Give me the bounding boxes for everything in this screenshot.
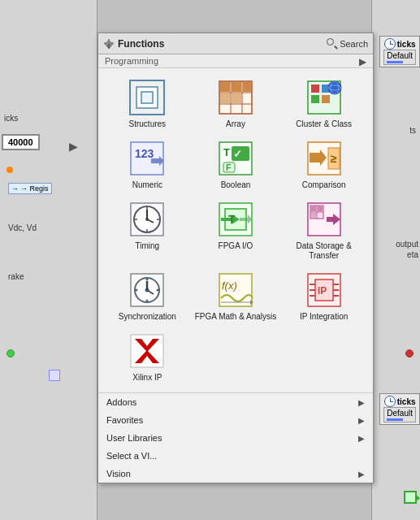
- cluster-class-icon: [305, 78, 344, 117]
- indicator-red: [405, 349, 414, 358]
- numeric-value: 40000: [2, 134, 40, 150]
- svg-rect-14: [232, 93, 241, 103]
- bg-numeric-box: 40000: [2, 134, 40, 150]
- ip-integration-label: IP Integration: [300, 312, 348, 322]
- func-item-xilinx-ip[interactable]: Xilinx IP: [105, 328, 190, 386]
- search-icon: [327, 38, 337, 49]
- func-item-array[interactable]: Array: [193, 75, 279, 132]
- svg-point-65: [146, 300, 149, 302]
- svg-rect-13: [220, 93, 230, 103]
- svg-rect-56: [311, 213, 316, 218]
- func-item-data-storage[interactable]: Data Storage & Transfer: [281, 197, 366, 264]
- svg-text:T: T: [223, 146, 230, 158]
- func-item-synchronization[interactable]: Synchronization: [105, 267, 190, 325]
- func-item-fpga-math[interactable]: f(x) FPGA Math & Analysis: [193, 267, 279, 325]
- menu-items-section: Addons ▶ Favorites ▶ User Libraries ▶ Se…: [98, 392, 373, 483]
- data-storage-label: Data Storage & Transfer: [283, 241, 365, 261]
- ticks-clock-icon-bottom: [384, 396, 396, 407]
- structures-icon: [128, 78, 167, 117]
- search-handle: [335, 45, 339, 49]
- panel-title: Functions: [118, 38, 164, 50]
- timing-svg: [128, 201, 166, 238]
- background-left: icks 40000 ▶ → → Regis Vdc, Vd rake: [0, 0, 97, 520]
- svg-rect-55: [318, 206, 323, 211]
- func-item-comparison[interactable]: ≥ Comparison: [281, 136, 366, 193]
- svg-rect-11: [232, 82, 241, 92]
- fpga-io-label: FPGA I/O: [219, 241, 253, 251]
- boolean-icon: T ✓ F: [216, 139, 255, 178]
- ip-integration-icon: IP: [305, 271, 344, 310]
- array-icon: [216, 78, 255, 117]
- ticks-panel-top: ticks Default: [379, 36, 420, 67]
- array-svg: [217, 79, 254, 116]
- functions-grid: Structures Arr: [98, 68, 373, 392]
- bg-ticks-label: icks: [4, 114, 18, 123]
- menu-item-user-libraries[interactable]: User Libraries ▶: [98, 429, 373, 447]
- green-square: [404, 491, 417, 504]
- search-button[interactable]: Search: [327, 38, 368, 49]
- dot-orange: [6, 167, 13, 173]
- xilinx-svg: [128, 332, 166, 370]
- connector-arrow: ▶: [69, 140, 78, 153]
- arrow-small: [416, 495, 420, 501]
- svg-text:f(x): f(x): [222, 280, 237, 292]
- ticks-bar: [387, 61, 403, 63]
- func-item-numeric[interactable]: 123 Numeric: [105, 136, 190, 193]
- menu-item-addons[interactable]: Addons ▶: [98, 393, 373, 411]
- vdc-label: Vdc, Vd: [8, 223, 37, 232]
- ticks-default-bottom: Default: [383, 407, 416, 422]
- ticks-bar-b: [387, 418, 403, 421]
- ticks-label-top: ticks: [397, 40, 416, 49]
- func-item-fpga-io[interactable]: T FPGA I/O: [193, 197, 279, 264]
- comparison-icon: ≥: [305, 139, 344, 178]
- rake-label: rake: [8, 272, 24, 281]
- svg-text:123: 123: [135, 147, 154, 160]
- xilinx-ip-label: Xilinx IP: [132, 373, 162, 383]
- menu-item-vision[interactable]: Vision ▶: [98, 465, 373, 483]
- numeric-icon: 123: [128, 139, 167, 178]
- cluster-svg: [305, 79, 343, 116]
- svg-point-63: [146, 279, 149, 281]
- boolean-label: Boolean: [221, 180, 251, 190]
- menu-item-select-vi[interactable]: Select a VI...: [98, 447, 373, 465]
- cluster-class-label: Cluster & Class: [296, 119, 352, 129]
- synchronization-icon: [128, 271, 167, 310]
- menu-item-favorites[interactable]: Favorites ▶: [98, 411, 373, 429]
- ticks-label-bottom: ticks: [397, 397, 416, 406]
- svg-point-20: [328, 81, 341, 94]
- svg-text:T: T: [228, 213, 236, 226]
- svg-rect-10: [220, 82, 230, 92]
- svg-rect-18: [311, 95, 319, 103]
- ticks-default-top: Default: [383, 50, 416, 65]
- addons-arrow: ▶: [358, 398, 365, 407]
- structures-label: Structures: [129, 119, 167, 129]
- func-item-cluster-class[interactable]: Cluster & Class: [281, 75, 366, 132]
- pin-icon: [103, 38, 115, 50]
- output-label: output: [396, 240, 418, 249]
- svg-point-64: [157, 289, 159, 292]
- bracket-element: [49, 370, 60, 381]
- numeric-label: Numeric: [132, 180, 162, 190]
- ip-integration-svg: IP: [305, 271, 343, 309]
- user-libraries-arrow: ▶: [358, 434, 365, 443]
- background-right: ts output eta: [371, 0, 420, 520]
- timing-icon: [128, 200, 167, 239]
- favorites-arrow: ▶: [358, 416, 365, 425]
- ticks-icon-area: ticks: [384, 38, 416, 50]
- svg-text:IP: IP: [318, 285, 327, 297]
- ticks-panel-bottom: ticks Default: [379, 393, 420, 425]
- func-item-timing[interactable]: Timing: [105, 197, 190, 264]
- func-item-ip-integration[interactable]: IP IP Integration: [281, 267, 366, 325]
- functions-panel: Functions Search Programming ▶: [97, 32, 374, 483]
- fpga-math-label: FPGA Math & Analysis: [195, 312, 277, 322]
- func-item-structures[interactable]: Structures: [105, 75, 190, 132]
- svg-rect-4: [141, 92, 153, 103]
- func-item-boolean[interactable]: T ✓ F Boolean: [193, 136, 279, 193]
- synchronization-label: Synchronization: [119, 312, 176, 322]
- boolean-svg: T ✓ F: [217, 140, 254, 177]
- svg-rect-19: [322, 95, 330, 103]
- panel-header: Functions Search: [98, 33, 373, 54]
- breadcrumb-arrow: ▶: [359, 56, 366, 67]
- vision-arrow: ▶: [358, 470, 365, 479]
- array-label: Array: [226, 119, 245, 129]
